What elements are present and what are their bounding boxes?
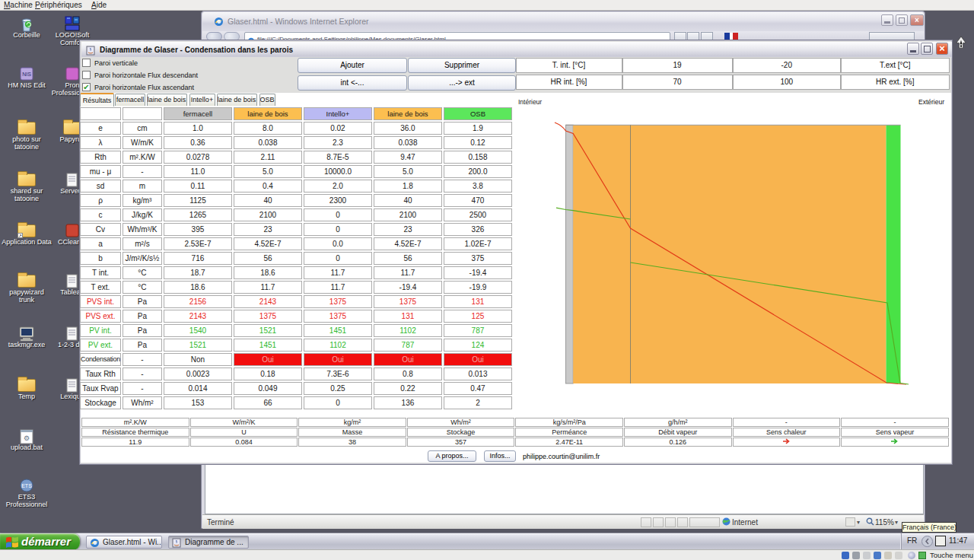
svg-text:Intérieur: Intérieur [518,98,542,106]
svg-text:Extérieur: Extérieur [918,98,944,106]
svg-text:NIS: NIS [22,72,31,77]
svg-text:⚙: ⚙ [24,434,30,442]
svg-text:ETS: ETS [21,483,32,488]
